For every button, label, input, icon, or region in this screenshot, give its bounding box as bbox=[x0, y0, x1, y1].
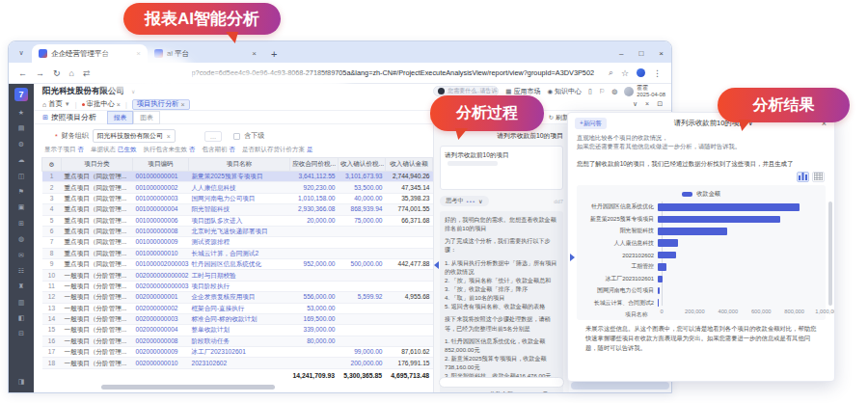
revenue-confirm-amount[interactable] bbox=[386, 270, 433, 281]
revenue-confirm-tax-amount[interactable] bbox=[339, 325, 386, 336]
project-code[interactable]: 002000000009 bbox=[133, 347, 189, 358]
search-icon[interactable]: ⌕ bbox=[609, 67, 613, 78]
project-name[interactable]: 企企发票复核应用项目 bbox=[189, 292, 290, 303]
project-code[interactable]: 001000000009 bbox=[133, 237, 189, 248]
sidebar-module-icon[interactable]: ▣ bbox=[18, 200, 25, 215]
receivable-contract-amount[interactable]: 1,010,158.00 bbox=[290, 193, 339, 203]
revenue-confirm-tax-amount[interactable] bbox=[339, 237, 386, 248]
project-code[interactable]: 002000000001 bbox=[133, 292, 189, 303]
table-row[interactable]: 1重点项目（回款管理...001000000001新意策2025预算专项项目3,… bbox=[42, 172, 433, 182]
app-logo[interactable]: 7 bbox=[14, 88, 28, 101]
receivable-contract-amount[interactable] bbox=[290, 347, 339, 358]
user-account[interactable]: 霍霍 2025-04-08 bbox=[624, 85, 665, 97]
revenue-confirm-tax-amount[interactable]: 5,599.92 bbox=[339, 292, 386, 303]
receivable-contract-amount[interactable]: 169,500.00 bbox=[290, 313, 339, 324]
thinking-status-badge[interactable]: 思考中 ••• ∨ bbox=[440, 196, 489, 206]
project-code[interactable]: 002000000000002 bbox=[133, 270, 189, 281]
project-category[interactable]: 一般项目（分阶管理... bbox=[62, 325, 133, 336]
window-maximize-button[interactable]: □ bbox=[638, 49, 643, 58]
sidebar-module-icon[interactable]: ◧ bbox=[18, 310, 25, 326]
revenue-confirm-amount[interactable] bbox=[386, 325, 433, 336]
panel-expand-handle-icon[interactable] bbox=[570, 254, 575, 261]
table-row[interactable]: 11一般项目（分阶管理...002000000000003项目阶段执行 bbox=[42, 281, 433, 291]
receivable-contract-amount[interactable] bbox=[290, 281, 339, 291]
revenue-confirm-amount[interactable] bbox=[386, 237, 433, 248]
project-code[interactable]: 001000000010 bbox=[133, 248, 189, 258]
receivable-contract-amount[interactable]: 339,000.00 bbox=[290, 325, 339, 336]
project-category[interactable]: 一般项目（分阶管理... bbox=[62, 347, 133, 358]
table-row[interactable]: 6重点项目（回款管理...001000000008北京时光飞速快递部署项目 bbox=[42, 226, 433, 236]
bar[interactable] bbox=[658, 203, 800, 211]
receivable-contract-amount[interactable]: 53,000.00 bbox=[290, 303, 339, 313]
table-row[interactable]: 8重点项目（回款管理...001000000010长城云计算，合同测试2 bbox=[42, 248, 433, 258]
project-code[interactable]: 001000000008 bbox=[133, 226, 189, 236]
project-code[interactable]: 001000000001 bbox=[133, 172, 189, 182]
project-category[interactable]: 一般项目（分阶管理... bbox=[62, 358, 133, 368]
table-row[interactable]: 18一般项目（分阶管理...0020000000102023102602200,… bbox=[42, 358, 433, 368]
table-row[interactable]: 12一般项目（分阶管理...002000000001企企发票复核应用项目556,… bbox=[42, 292, 433, 303]
project-name[interactable]: 冰工厂2023102601 bbox=[189, 347, 290, 358]
new-qa-button[interactable]: +新问答 bbox=[575, 118, 607, 129]
table-view-button[interactable] bbox=[812, 172, 825, 182]
project-name[interactable]: 框架合同-直接执行 bbox=[189, 303, 290, 313]
project-name[interactable]: 项目团队多次进入 bbox=[189, 215, 290, 226]
revenue-confirm-amount[interactable]: 176,991.15 bbox=[386, 358, 433, 368]
project-category[interactable]: 重点项目（回款管理... bbox=[62, 204, 133, 215]
revenue-confirm-tax-amount[interactable] bbox=[339, 281, 386, 291]
tab-close-icon[interactable]: × bbox=[252, 49, 257, 58]
sidebar-module-icon[interactable]: ⊟ bbox=[18, 326, 24, 341]
column-header[interactable]: 收入确认金额 bbox=[386, 158, 433, 172]
revenue-confirm-amount[interactable]: 2,744,940.26 bbox=[386, 172, 433, 182]
revenue-confirm-tax-amount[interactable]: 500,000.00 bbox=[339, 259, 386, 270]
filter-flag[interactable]: 包含期初否 bbox=[203, 146, 236, 154]
project-code[interactable]: 002000000010 bbox=[133, 358, 189, 368]
bar[interactable] bbox=[658, 216, 780, 224]
revenue-confirm-tax-amount[interactable] bbox=[339, 270, 386, 281]
table-row[interactable]: 14一般项目（分阶管理...002000000003标准合同-标的收款计划169… bbox=[42, 313, 433, 324]
project-name[interactable]: 整单收款计划 bbox=[189, 325, 290, 336]
sidebar-module-icon[interactable]: ☁ bbox=[18, 152, 25, 168]
globe-icon[interactable]: ◍ bbox=[611, 88, 617, 95]
sidebar-module-icon[interactable]: ⊞ bbox=[18, 216, 24, 231]
reload-icon[interactable]: ↻ bbox=[53, 68, 61, 78]
receivable-contract-amount[interactable] bbox=[290, 270, 339, 281]
bell-icon[interactable]: ⚐ bbox=[599, 88, 605, 95]
bar[interactable] bbox=[658, 299, 659, 307]
filter-flag[interactable]: 执行包含未生效否 bbox=[144, 146, 196, 154]
sidebar-module-icon[interactable]: ◫ bbox=[18, 169, 25, 184]
sidebar-module-icon[interactable]: ☷ bbox=[18, 263, 24, 279]
receivable-contract-amount[interactable]: 556,000.00 bbox=[290, 292, 339, 303]
expand-icon[interactable]: ⊡ bbox=[657, 100, 663, 108]
table-row[interactable]: 15一般项目（分阶管理...002000000004整单收款计划339,000.… bbox=[42, 325, 433, 336]
receivable-contract-amount[interactable] bbox=[290, 358, 339, 368]
bar[interactable] bbox=[658, 287, 660, 295]
revenue-confirm-amount[interactable]: 442,477.88 bbox=[386, 259, 433, 270]
table-row[interactable]: 7重点项目（回款管理...001000000009测试资源排程 bbox=[42, 237, 433, 248]
project-name[interactable]: 新意策2025预算专项项目 bbox=[189, 172, 290, 182]
column-header[interactable]: 项目名称 bbox=[189, 158, 290, 172]
view-mode-报表[interactable]: 报表 bbox=[107, 111, 134, 124]
project-category[interactable]: 一般项目（分阶管理... bbox=[62, 336, 133, 346]
project-name[interactable]: 测试资源排程 bbox=[189, 237, 290, 248]
project-code[interactable]: 002000000004 bbox=[133, 325, 189, 336]
table-row[interactable]: 17一般项目（分阶管理...002000000009冰工厂20231026019… bbox=[42, 347, 433, 358]
project-category[interactable]: 重点项目（回款管理... bbox=[62, 226, 133, 236]
receivable-contract-amount[interactable] bbox=[290, 237, 339, 248]
project-name[interactable]: 阳光智能科技 bbox=[189, 204, 290, 215]
bar[interactable] bbox=[658, 239, 678, 247]
tab-approval-center[interactable]: 审批中心 × bbox=[82, 99, 121, 109]
project-category[interactable]: 一般项目（分阶管理... bbox=[62, 303, 133, 313]
project-name[interactable]: 阶段联动任务 bbox=[189, 336, 290, 346]
tab-project-execute-analysis[interactable]: 项目执行分析 × bbox=[132, 99, 190, 110]
revenue-confirm-tax-amount[interactable] bbox=[339, 313, 386, 324]
project-category[interactable]: 一般项目（分阶管理... bbox=[62, 313, 133, 324]
bar[interactable] bbox=[658, 263, 666, 271]
project-category[interactable]: 一般项目（分阶管理... bbox=[62, 281, 133, 291]
project-category[interactable]: 重点项目（回款管理... bbox=[62, 193, 133, 203]
bar[interactable] bbox=[658, 276, 663, 283]
table-row[interactable]: 2重点项目（回款管理...001000000002人人康信息科技920,230.… bbox=[42, 182, 433, 193]
back-icon[interactable]: ← bbox=[18, 68, 27, 78]
project-category[interactable]: 一般项目（分阶管理... bbox=[62, 270, 133, 281]
receivable-contract-amount[interactable]: 920,230.00 bbox=[290, 182, 339, 193]
window-close-button[interactable]: × bbox=[659, 49, 664, 58]
